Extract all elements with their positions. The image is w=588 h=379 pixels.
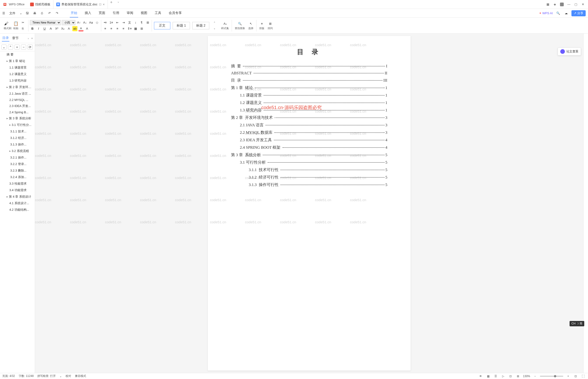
font-color-icon[interactable]: A (78, 26, 84, 31)
sidebar-close-icon[interactable]: × (31, 37, 33, 40)
preview-icon[interactable]: ⎙ (39, 11, 45, 16)
file-menu[interactable]: 文件 (7, 10, 17, 16)
outline-item[interactable]: 3.2.1 操作... (0, 154, 35, 161)
style-down-icon[interactable]: ⌄ (212, 26, 217, 31)
outline-item[interactable]: 2.2 MYSQL ... (0, 97, 35, 103)
change-case-icon[interactable]: Aa (88, 20, 94, 25)
toc-entry[interactable]: 3.1 可行性分析 5 (231, 160, 387, 165)
bullets-icon[interactable]: •≡ (103, 20, 108, 25)
align-center-icon[interactable]: ≡ (109, 26, 114, 31)
align-right-icon[interactable]: ≡ (115, 26, 120, 31)
document-area[interactable]: 目 录 摘 要 IABSTRACT II目 录 III第 1 章 绪论 11.1… (35, 33, 583, 373)
outline-item[interactable]: 2.1 Java 语言 ... (0, 90, 35, 97)
toc-entry[interactable]: 第 1 章 绪论 1 (231, 85, 387, 90)
style-normal[interactable]: 正文 (154, 22, 170, 29)
outline-item[interactable]: ▸第 4 章 系统设计 (0, 193, 35, 200)
caret-icon[interactable]: ▸ (9, 149, 12, 153)
format-painter-icon[interactable]: 🖌 (4, 21, 9, 26)
toc-entry[interactable]: 摘 要 I (231, 63, 387, 69)
remove-icon[interactable]: − (21, 45, 26, 50)
toc-entry[interactable]: 2.3 IDEA 开发工具 4 (231, 137, 387, 143)
hamburger-icon[interactable]: ☰ (2, 11, 5, 15)
toc-entry[interactable]: 3.1.3 操作可行性 5 (231, 182, 387, 187)
cloud-icon[interactable]: ☁ (564, 11, 569, 16)
show-marks-icon[interactable]: ¶ (139, 20, 144, 25)
grid-icon[interactable]: ▦ (546, 2, 550, 6)
caret-icon[interactable]: ▸ (9, 123, 12, 126)
share-button[interactable]: ↗ 分享 (571, 10, 586, 16)
font-size-select[interactable]: 小四 (62, 20, 75, 25)
outline-item[interactable]: 4.2 功能结构... (0, 206, 35, 213)
text-direction-icon[interactable]: 文 (127, 20, 132, 25)
text-effect-icon[interactable]: A (66, 26, 71, 31)
fullscreen-icon[interactable]: ⛶ (581, 374, 586, 379)
ribbon-tab-insert[interactable]: 插入 (84, 9, 92, 17)
tab-stops-icon[interactable]: ⊞ (145, 20, 150, 25)
add-icon[interactable]: + (15, 45, 20, 50)
fit-icon[interactable]: ⊡ (573, 374, 578, 379)
outline-item[interactable]: 3.2.2 登录... (0, 161, 35, 167)
bold-icon[interactable]: B (30, 26, 35, 31)
print-icon[interactable]: 🖶 (32, 11, 37, 16)
increase-indent-icon[interactable]: ⇥ (121, 20, 126, 25)
outline-item[interactable]: ▸第 3 章 系统分析 (0, 115, 35, 122)
outline-item[interactable]: ▸3.1 可行性分... (0, 122, 35, 128)
outline-item[interactable]: 3.4 功能需求 (0, 187, 35, 193)
font-family-select[interactable]: Times New Romar (30, 20, 61, 25)
save-icon[interactable]: 🖫 (24, 11, 30, 16)
minimize-button[interactable]: — (567, 2, 571, 6)
sidebar-tab-toc[interactable]: 目录 (2, 35, 9, 42)
zoom-level[interactable]: 130% (523, 375, 530, 378)
ribbon-tab-start[interactable]: 开始 (70, 9, 78, 17)
shading-icon[interactable]: ▦ (133, 26, 138, 31)
align-left-icon[interactable]: ≡ (103, 26, 108, 31)
cube-icon[interactable]: ◈ (553, 2, 557, 6)
status-spellcheck[interactable]: 拼写检查: 打开 (37, 374, 56, 378)
toc-entry[interactable]: 2.4 SPRING BOOT 框架 4 (231, 145, 387, 150)
status-proof[interactable]: 校对 (66, 374, 71, 378)
styleset-icon[interactable]: Aₛ (223, 21, 228, 26)
page-view-icon[interactable]: ⊡ (508, 374, 513, 379)
user-avatar[interactable] (560, 2, 564, 6)
style-heading1[interactable]: 标题 1 (173, 22, 190, 29)
ribbon-tab-member[interactable]: 会员专享 (168, 9, 183, 17)
status-compat[interactable]: 兼容模式 (75, 374, 86, 378)
decrease-indent-icon[interactable]: ⇤ (115, 20, 120, 25)
zoom-slider[interactable] (540, 376, 563, 377)
caret-icon[interactable]: ▸ (7, 85, 9, 89)
select-icon[interactable]: ↖ (248, 21, 253, 26)
shading-icon[interactable]: A (84, 26, 90, 31)
decrease-font-icon[interactable]: A↓ (82, 20, 87, 25)
outline-item[interactable]: 4.1 系统设计... (0, 200, 35, 206)
caret-icon[interactable]: ▸ (7, 59, 9, 63)
outline-item[interactable]: 3.1.2 经济... (0, 135, 35, 141)
numbering-icon[interactable]: 1≡ (109, 20, 114, 25)
eye-icon[interactable]: 👁 (478, 374, 483, 379)
sort-icon[interactable]: ↕ (133, 20, 138, 25)
cut-icon[interactable]: ✂ (20, 20, 25, 25)
outline-item[interactable]: 3.1.1 技术... (0, 128, 35, 135)
outline-item[interactable]: 1.1 课题背景 (0, 64, 35, 71)
ribbon-tab-page[interactable]: 页面 (98, 9, 106, 17)
list-view-icon[interactable]: ☰ (493, 374, 498, 379)
toc-entry[interactable]: 第 3 章 系统分析 5 (231, 152, 387, 158)
toc-entry[interactable]: 3.1.2 经济可行性 5 (231, 174, 387, 180)
subscript-icon[interactable]: X₂ (60, 26, 65, 31)
status-words[interactable]: 字数: 11248 (19, 374, 34, 378)
read-icon[interactable]: ▷ (501, 374, 506, 379)
zoom-thumb[interactable] (554, 375, 556, 377)
ribbon-tab-view[interactable]: 视图 (140, 9, 148, 17)
highlight-icon[interactable]: ab (72, 26, 77, 31)
undo-icon[interactable]: ↶ (47, 11, 52, 16)
outline-item[interactable]: ▸第 2 章 开发环境... (0, 84, 35, 90)
status-page[interactable]: 页面: 4/32 (2, 374, 15, 378)
clear-format-icon[interactable]: ◇ (95, 20, 100, 25)
ribbon-tab-tools[interactable]: 工具 (154, 9, 162, 17)
style-up-icon[interactable]: ⌃ (212, 20, 217, 25)
ribbon-tab-reference[interactable]: 引用 (112, 9, 120, 17)
style-heading2[interactable]: 标题 2 (192, 22, 210, 29)
toc-entry[interactable]: 1.3 研究内容 1 (231, 108, 387, 113)
strikethrough-icon[interactable]: A̶ (48, 26, 53, 31)
sidebar-tab-chapter[interactable]: 章节 (12, 35, 19, 41)
outline-item[interactable]: 1.2 课题意义 (0, 71, 35, 77)
